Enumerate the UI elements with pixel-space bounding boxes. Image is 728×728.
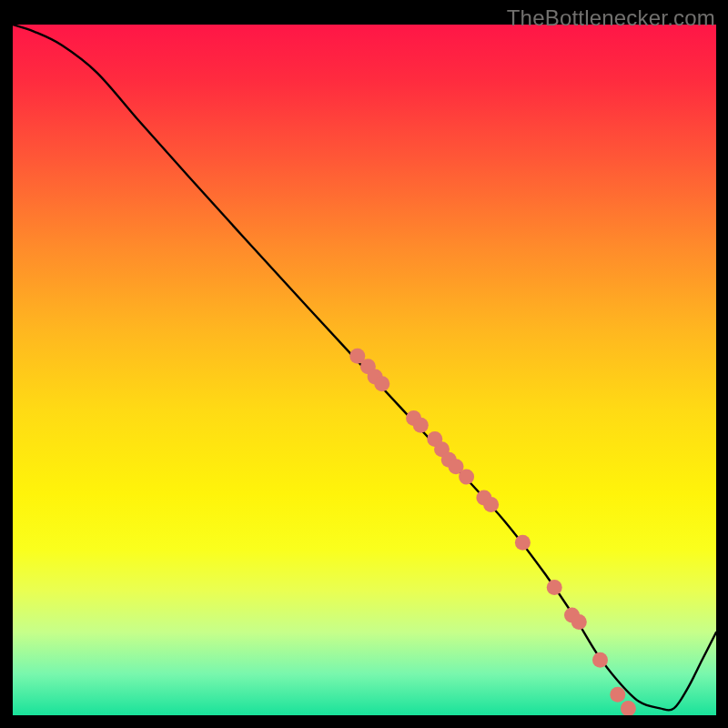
data-marker <box>459 470 474 485</box>
watermark-text: TheBottlenecker.com <box>507 5 715 31</box>
chart-frame: TheBottlenecker.com <box>0 0 728 728</box>
data-marker <box>547 580 562 595</box>
data-marker <box>592 652 608 668</box>
data-marker <box>571 614 587 630</box>
data-marker <box>413 418 429 433</box>
data-markers <box>349 349 636 715</box>
data-marker <box>610 687 625 703</box>
chart-svg <box>13 25 716 715</box>
data-marker <box>374 376 389 391</box>
data-marker <box>621 701 636 715</box>
plot-area <box>13 25 716 715</box>
data-marker <box>515 535 531 551</box>
data-marker <box>483 497 499 512</box>
